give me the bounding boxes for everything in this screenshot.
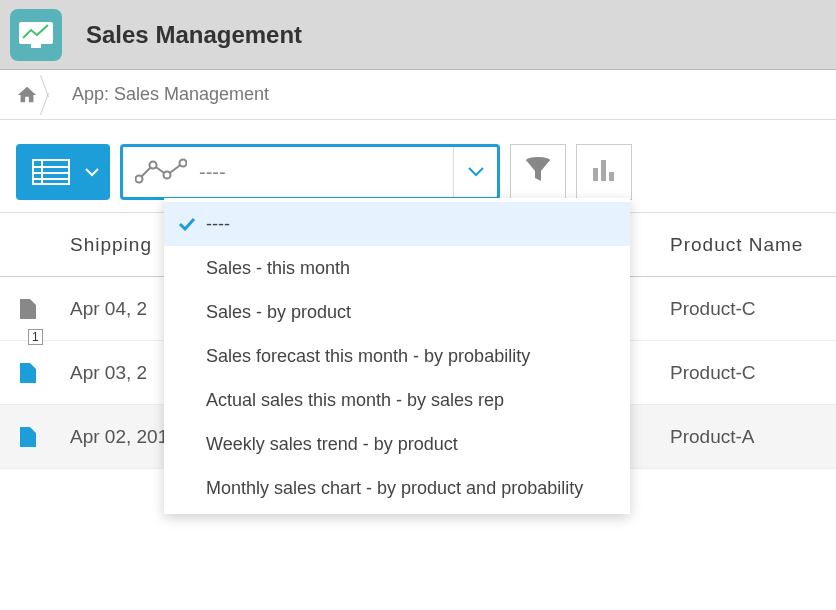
row-badge: 1 xyxy=(28,329,43,345)
cell-product-name: Product-C xyxy=(656,298,836,320)
column-header-product-name[interactable]: Product Name xyxy=(656,234,836,256)
file-icon xyxy=(20,363,36,383)
dropdown-item[interactable]: Sales - this month xyxy=(164,246,630,290)
chevron-down-icon xyxy=(84,167,100,177)
svg-rect-1 xyxy=(31,44,41,48)
view-mode-button[interactable] xyxy=(16,144,110,200)
file-icon xyxy=(20,427,36,447)
page-title: Sales Management xyxy=(86,21,302,49)
graph-select-value: ---- xyxy=(193,161,453,184)
home-icon[interactable] xyxy=(16,84,38,106)
cell-product-name: Product-A xyxy=(656,426,836,448)
svg-rect-13 xyxy=(601,160,606,181)
graph-select[interactable]: ---- xyxy=(120,144,500,200)
chart-button[interactable] xyxy=(576,144,632,200)
dropdown-item[interactable]: Sales forecast this month - by probabili… xyxy=(164,334,630,378)
table-icon xyxy=(32,159,70,185)
row-icon-cell xyxy=(0,427,56,447)
cell-product-name: Product-C xyxy=(656,362,836,384)
svg-point-8 xyxy=(150,162,157,169)
dropdown-item-label: Sales - this month xyxy=(206,258,350,279)
dropdown-item-label: ---- xyxy=(206,214,230,235)
funnel-icon xyxy=(523,155,553,189)
dropdown-item[interactable]: Monthly sales chart - by product and pro… xyxy=(164,466,630,510)
graph-select-dropdown: ---- Sales - this month Sales - by produ… xyxy=(164,198,630,514)
check-icon xyxy=(178,217,200,231)
row-icon-cell: 1 xyxy=(0,299,56,319)
dropdown-item-label: Sales forecast this month - by probabili… xyxy=(206,346,530,367)
toolbar: ---- ---- xyxy=(0,120,836,212)
dropdown-item-label: Monthly sales chart - by product and pro… xyxy=(206,478,583,499)
svg-point-7 xyxy=(136,176,143,183)
app-logo-icon xyxy=(10,9,62,61)
svg-point-11 xyxy=(526,157,550,163)
graph-line-icon xyxy=(135,157,187,187)
row-icon-cell xyxy=(0,363,56,383)
svg-rect-14 xyxy=(609,172,614,181)
chevron-down-icon xyxy=(453,147,497,197)
svg-point-10 xyxy=(180,160,187,167)
dropdown-item-label: Sales - by product xyxy=(206,302,351,323)
file-icon xyxy=(20,299,36,319)
bar-chart-icon xyxy=(590,156,618,188)
breadcrumb: App: Sales Management xyxy=(0,70,836,120)
dropdown-item-label: Weekly sales trend - by product xyxy=(206,434,458,455)
dropdown-item[interactable]: ---- xyxy=(164,202,630,246)
breadcrumb-separator-icon xyxy=(44,75,58,115)
svg-rect-12 xyxy=(593,168,598,181)
dropdown-item-label: Actual sales this month - by sales rep xyxy=(206,390,504,411)
app-header: Sales Management xyxy=(0,0,836,70)
svg-point-9 xyxy=(164,172,171,179)
dropdown-item[interactable]: Sales - by product xyxy=(164,290,630,334)
breadcrumb-item[interactable]: App: Sales Management xyxy=(72,84,269,105)
dropdown-item[interactable]: Actual sales this month - by sales rep xyxy=(164,378,630,422)
dropdown-item[interactable]: Weekly sales trend - by product xyxy=(164,422,630,466)
filter-button[interactable] xyxy=(510,144,566,200)
